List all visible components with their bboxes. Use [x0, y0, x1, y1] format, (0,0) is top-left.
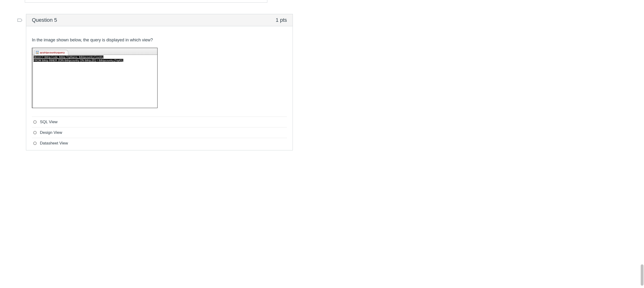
- answer-options: SQL View Design View Datasheet View: [32, 117, 287, 149]
- sql-tab: qrytripcountryquery: [34, 50, 68, 55]
- radio-icon[interactable]: [33, 142, 36, 145]
- option-datasheet-view[interactable]: Datasheet View: [32, 138, 287, 149]
- option-label: SQL View: [40, 120, 58, 124]
- sql-line-1: SELECT tbltrip.Code, tbltrip.TripName, t…: [34, 56, 104, 58]
- sql-window: qrytripcountryquery SELECT tbltrip.Code,…: [32, 48, 158, 108]
- flag-icon[interactable]: [16, 18, 23, 25]
- question-title: Question 5: [32, 17, 57, 23]
- sql-area: SELECT tbltrip.Code, tbltrip.TripName, t…: [32, 55, 157, 108]
- question-card: Question 5 1 pts In the image shown belo…: [26, 14, 293, 150]
- option-label: Design View: [40, 130, 62, 135]
- radio-icon[interactable]: [33, 131, 36, 134]
- svg-rect-1: [36, 52, 37, 52]
- previous-question-card-bottom: [25, 0, 267, 3]
- sql-code: SELECT tbltrip.Code, tbltrip.TripName, t…: [34, 55, 157, 62]
- sql-tab-label: qrytripcountryquery: [40, 51, 65, 54]
- question-points: 1 pts: [276, 17, 287, 23]
- radio-icon[interactable]: [33, 120, 36, 124]
- sql-tabbar: qrytripcountryquery: [32, 48, 157, 55]
- question-prompt: In the image shown below, the query is d…: [32, 38, 287, 43]
- question-body: In the image shown below, the query is d…: [26, 26, 292, 150]
- svg-rect-2: [38, 52, 38, 52]
- option-label: Datasheet View: [40, 141, 68, 146]
- option-design-view[interactable]: Design View: [32, 127, 287, 138]
- scrollbar[interactable]: [640, 0, 644, 160]
- option-sql-view[interactable]: SQL View: [32, 117, 287, 127]
- svg-rect-3: [36, 53, 38, 54]
- query-icon: [36, 51, 39, 54]
- question-header: Question 5 1 pts: [26, 14, 292, 26]
- sql-line-2: FROM tbltrip INNER JOIN tbltripcountry O…: [34, 59, 123, 62]
- svg-rect-0: [36, 51, 39, 54]
